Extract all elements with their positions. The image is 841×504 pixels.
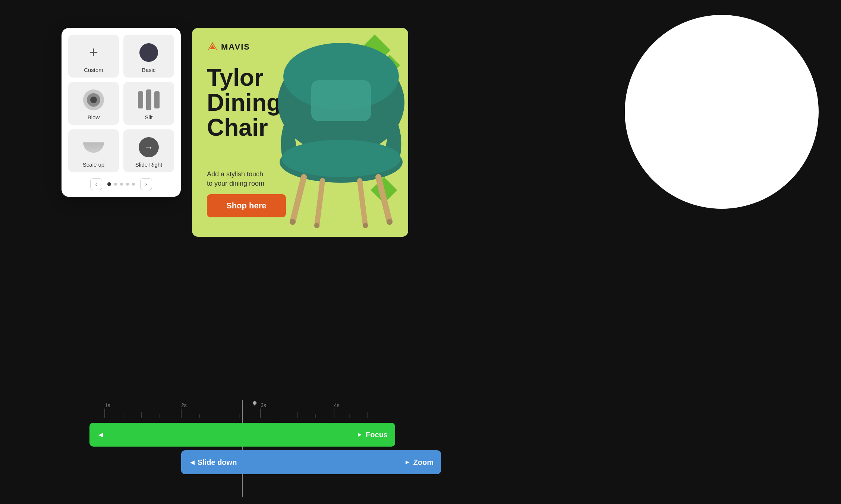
basic-label: Basic <box>142 67 156 73</box>
blow-label: Blow <box>88 114 100 120</box>
dot-3[interactable] <box>120 183 123 186</box>
svg-rect-6 <box>311 80 371 121</box>
dot-4[interactable] <box>126 183 129 186</box>
next-icon: › <box>145 181 147 187</box>
anim-item-scaleup[interactable]: Scale up <box>68 129 119 172</box>
track-1: ◄ ► Focus <box>89 423 395 447</box>
track2-left-label: Slide down <box>198 458 237 467</box>
svg-point-12 <box>387 219 393 225</box>
prev-button[interactable]: ‹ <box>90 178 102 190</box>
slideright-icon: → <box>138 136 160 158</box>
anim-item-slideright[interactable]: → Slide Right <box>123 129 174 172</box>
slit-icon <box>138 89 160 111</box>
svg-text:4s: 4s <box>334 402 340 408</box>
scaleup-label: Scale up <box>83 161 104 168</box>
next-button[interactable]: › <box>140 178 152 190</box>
timeline-container: 1s 2s 3s 4s <box>89 401 395 474</box>
svg-text:2s: 2s <box>181 402 187 408</box>
logo-icon <box>207 41 218 53</box>
track1-right-icon: ► <box>357 431 363 438</box>
dot-1[interactable] <box>107 182 111 186</box>
svg-marker-35 <box>252 401 257 406</box>
slideright-label: Slide Right <box>135 161 163 168</box>
animation-panel: + Custom Basic <box>62 28 181 197</box>
anim-item-slit[interactable]: Slit <box>123 82 174 125</box>
scene: + Custom Basic <box>0 0 841 504</box>
track2-right-icon: ► <box>404 459 410 466</box>
ad-banner: MAVIS Tylor Dining Chair Add a stylish t… <box>192 28 408 237</box>
custom-label: Custom <box>84 67 103 73</box>
ad-subtext: Add a stylish touch to your dining room <box>207 170 264 188</box>
scaleup-icon <box>82 136 105 158</box>
subtext-line1: Add a stylish touch <box>207 170 264 179</box>
slit-label: Slit <box>145 114 153 120</box>
anim-item-blow[interactable]: Blow <box>68 82 119 125</box>
chair-image <box>263 35 408 229</box>
svg-point-5 <box>281 140 401 177</box>
custom-icon: + <box>82 41 105 64</box>
track-2: ◄ Slide down ► Zoom <box>181 450 441 474</box>
svg-text:1s: 1s <box>105 402 110 408</box>
pagination-dots <box>107 182 135 186</box>
track2-right: ► Zoom <box>397 450 441 474</box>
timeline-tracks: ◄ ► Focus ◄ Slide down ► Zoom <box>89 423 395 474</box>
dot-5[interactable] <box>132 183 135 186</box>
arc-background <box>625 15 819 209</box>
logo-text: MAVIS <box>221 42 250 52</box>
dot-2[interactable] <box>114 183 117 186</box>
basic-icon <box>138 41 160 64</box>
subtext-line2: to your dining room <box>207 179 264 188</box>
blow-icon <box>82 89 105 111</box>
svg-point-13 <box>314 223 319 228</box>
anim-item-basic[interactable]: Basic <box>123 35 174 78</box>
track2-left-icon: ◄ <box>189 458 196 467</box>
track1-right: ► Focus <box>349 423 395 447</box>
svg-line-10 <box>360 181 365 226</box>
svg-point-14 <box>363 223 368 228</box>
svg-point-11 <box>290 219 296 225</box>
anim-item-custom[interactable]: + Custom <box>68 35 119 78</box>
svg-line-9 <box>317 181 322 226</box>
ad-logo: MAVIS <box>207 41 250 53</box>
svg-line-8 <box>378 177 390 222</box>
pagination: ‹ › <box>68 178 174 190</box>
track2-right-label: Zoom <box>413 458 434 467</box>
timeline-ruler: 1s 2s 3s 4s <box>89 401 395 420</box>
prev-icon: ‹ <box>95 181 97 187</box>
animation-grid: + Custom Basic <box>68 35 174 172</box>
track-2-wrapper: ◄ Slide down ► Zoom <box>89 450 395 474</box>
track1-left: ◄ <box>89 423 113 447</box>
track2-left: ◄ Slide down <box>181 450 244 474</box>
track1-label: Focus <box>366 431 388 439</box>
track1-left-icon: ◄ <box>97 431 104 439</box>
svg-line-7 <box>293 177 304 222</box>
svg-text:3s: 3s <box>261 402 266 408</box>
